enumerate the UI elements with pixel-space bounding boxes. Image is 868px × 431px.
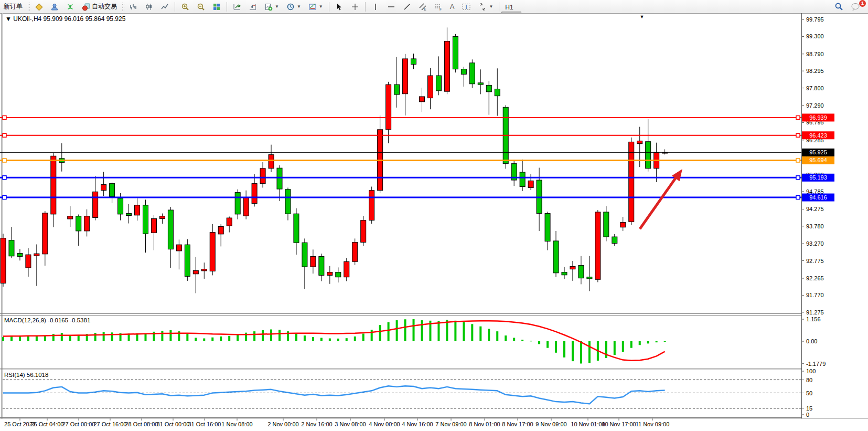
hline-anchor-right[interactable] bbox=[796, 159, 800, 162]
candle-bull bbox=[595, 212, 601, 279]
vline-tool-button[interactable] bbox=[368, 2, 383, 12]
hline-anchor-right[interactable] bbox=[796, 115, 800, 119]
macd-histogram-bar bbox=[572, 341, 574, 361]
candle-chart-button[interactable] bbox=[142, 2, 156, 12]
macd-histogram-bar bbox=[36, 337, 38, 341]
candle-bull bbox=[159, 216, 165, 219]
chart-forward-button[interactable] bbox=[230, 2, 244, 12]
candle-bear bbox=[436, 76, 441, 91]
hline-anchor-right[interactable] bbox=[796, 133, 800, 137]
hline-anchor-left[interactable] bbox=[3, 133, 6, 137]
indicators-button[interactable]: ▼ bbox=[261, 2, 282, 12]
macd-histogram-bar bbox=[446, 320, 448, 341]
chart-canvas[interactable]: 99.79599.30098.79098.29597.80097.29096.7… bbox=[0, 13, 868, 431]
candle-bull bbox=[42, 213, 48, 254]
hline-anchor-right[interactable] bbox=[796, 196, 800, 199]
shift-marker-icon[interactable]: ▼ bbox=[640, 14, 645, 19]
search-icon bbox=[834, 2, 843, 11]
candle-bull bbox=[151, 218, 156, 233]
macd-histogram-bar bbox=[622, 341, 624, 352]
candle-bull bbox=[327, 272, 333, 276]
macd-histogram-bar bbox=[647, 341, 649, 343]
vertical-line-icon bbox=[371, 3, 380, 11]
macd-histogram-bar bbox=[262, 330, 264, 341]
candle-bull bbox=[51, 156, 56, 214]
time-tick-label: 26 Oct 04:00 bbox=[31, 421, 64, 427]
macd-histogram-bar bbox=[320, 338, 323, 341]
hline-anchor-left[interactable] bbox=[3, 196, 6, 199]
macd-histogram-bar bbox=[454, 321, 456, 341]
toolbar-separator bbox=[365, 2, 366, 12]
candle-bear bbox=[294, 214, 299, 243]
time-tick-label: 10 Nov 17:00 bbox=[602, 421, 636, 427]
hline-anchor-left[interactable] bbox=[3, 176, 6, 180]
timeframe-button-m30[interactable]: M30 bbox=[501, 0, 521, 2]
crosshair-tool-button[interactable] bbox=[348, 2, 362, 12]
templates-button[interactable]: ▼ bbox=[305, 2, 326, 12]
zoom-in-button[interactable] bbox=[178, 2, 192, 12]
chart-shift-button[interactable] bbox=[245, 2, 260, 12]
bar-chart-button[interactable] bbox=[126, 2, 141, 12]
macd-histogram-bar bbox=[413, 319, 415, 341]
periods-button[interactable]: ▼ bbox=[283, 2, 304, 12]
rsi-axis-label: 100 bbox=[806, 368, 816, 374]
price-badge-label: 95.925 bbox=[809, 149, 827, 155]
hline-anchor-left[interactable] bbox=[3, 159, 6, 162]
arrow-shapes-icon bbox=[478, 3, 487, 11]
macd-histogram-bar bbox=[488, 329, 490, 341]
timeframe-button-h1[interactable]: H1 bbox=[501, 2, 521, 12]
notifications-button[interactable]: 1 bbox=[848, 2, 863, 12]
line-chart-button[interactable] bbox=[157, 2, 172, 12]
market-watch-button[interactable] bbox=[31, 2, 46, 12]
text-tool-button[interactable]: A bbox=[447, 2, 458, 12]
chart-area[interactable]: 99.79599.30098.79098.29597.80097.29096.7… bbox=[0, 13, 868, 431]
rsi-axis-label: 15 bbox=[806, 405, 812, 412]
hline-tool-button[interactable] bbox=[384, 2, 399, 12]
candle-bear bbox=[478, 83, 483, 85]
svg-text:T: T bbox=[465, 4, 468, 9]
chart-forward-icon bbox=[233, 3, 241, 11]
price-tick-label: 92.265 bbox=[806, 275, 824, 281]
macd-histogram-bar bbox=[228, 336, 230, 341]
clock-icon bbox=[286, 3, 295, 11]
candle-bear bbox=[553, 241, 559, 273]
search-button[interactable] bbox=[831, 2, 846, 12]
macd-histogram-bar bbox=[69, 335, 71, 341]
hline-anchor-right[interactable] bbox=[796, 176, 800, 180]
fibonacci-tool-button[interactable]: F bbox=[431, 2, 446, 12]
macd-histogram-bar bbox=[103, 332, 105, 341]
accounts-button[interactable] bbox=[47, 2, 62, 12]
time-tick-label: 4 Nov 00:00 bbox=[369, 421, 400, 427]
macd-histogram-bar bbox=[144, 333, 146, 341]
hline-anchor-left[interactable] bbox=[3, 115, 6, 119]
trendline-tool-button[interactable] bbox=[400, 2, 414, 12]
template-icon bbox=[308, 3, 317, 11]
macd-histogram-bar bbox=[27, 337, 29, 341]
signals-button[interactable] bbox=[63, 2, 78, 12]
time-tick-label: 10 Nov 01:00 bbox=[571, 421, 605, 427]
macd-histogram-bar bbox=[371, 330, 373, 341]
channel-tool-button[interactable]: E bbox=[415, 2, 430, 12]
macd-histogram-bar bbox=[437, 321, 440, 341]
time-tick-label: 3 Nov 08:00 bbox=[335, 421, 366, 427]
candle-bear bbox=[612, 237, 617, 243]
horizontal-line-icon bbox=[387, 3, 395, 11]
candle-bull bbox=[260, 169, 265, 184]
fibonacci-icon: F bbox=[434, 3, 443, 11]
toolbar-grip bbox=[122, 2, 124, 12]
zoom-out-button[interactable] bbox=[194, 2, 208, 12]
macd-axis-label: -1.1779 bbox=[806, 361, 826, 367]
text-label-tool-button[interactable]: T bbox=[458, 2, 474, 12]
auto-trading-button[interactable]: 自动交易 bbox=[79, 2, 120, 12]
candle-bull bbox=[218, 226, 223, 234]
candle-bear bbox=[495, 89, 500, 96]
cursor-tool-button[interactable] bbox=[332, 2, 347, 12]
tile-windows-button[interactable] bbox=[209, 2, 224, 12]
rsi-label: RSI(14) 56.1018 bbox=[4, 372, 48, 378]
new-order-button[interactable]: 新订单 bbox=[1, 2, 26, 12]
price-tick-label: 93.780 bbox=[806, 223, 824, 229]
candle-bear bbox=[411, 59, 416, 64]
arrows-tool-button[interactable]: ▼ bbox=[475, 2, 496, 12]
price-tick-label: 99.795 bbox=[806, 16, 824, 23]
candle-bear bbox=[394, 85, 400, 94]
